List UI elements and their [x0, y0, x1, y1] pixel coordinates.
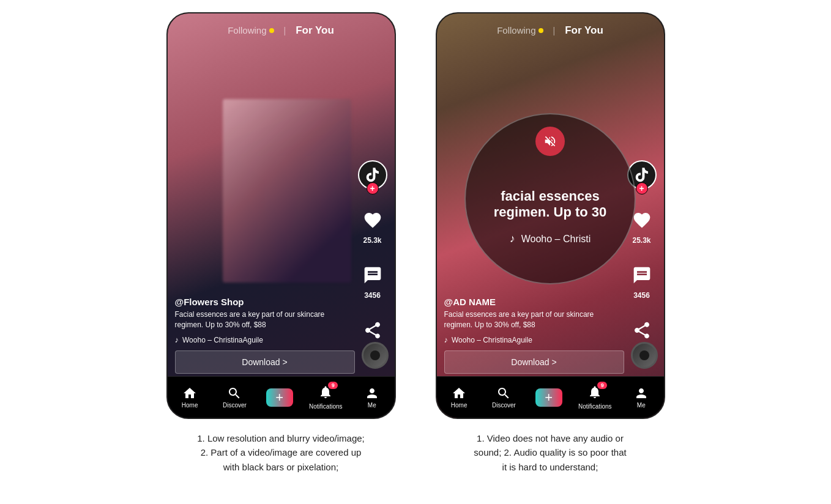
left-nav-home[interactable]: Home	[174, 386, 205, 409]
right-notif-count: 9	[597, 382, 607, 389]
right-comment-count: 3456	[633, 291, 650, 300]
right-bottom-nav: Home Discover + 9 Notifications Me	[437, 376, 664, 418]
left-following-tab[interactable]: Following	[228, 25, 274, 35]
right-music-disc-inner	[639, 350, 649, 360]
right-bottom-info: @AD NAME Facial essences are a key part …	[444, 297, 624, 374]
left-notif-count: 9	[328, 382, 338, 389]
right-add-btn[interactable]: +	[535, 388, 562, 407]
left-like-group: 25.3k	[359, 207, 386, 245]
left-bottom-nav: Home Discover + 9 Notifications Me	[168, 376, 395, 418]
right-nav-add[interactable]: +	[534, 388, 564, 407]
right-music-row: ♪ Wooho – ChristinaAguile	[444, 335, 624, 344]
right-following-tab[interactable]: Following	[497, 25, 543, 35]
left-nav-notif-label: Notifications	[309, 403, 342, 410]
right-nav-notif-label: Notifications	[578, 403, 611, 410]
left-action-buttons: + 25.3k 3456 1256	[358, 160, 387, 355]
right-nav-home[interactable]: Home	[444, 386, 474, 409]
right-nav-divider: |	[553, 26, 556, 35]
right-share-btn[interactable]	[628, 317, 655, 344]
overlay-music-text: Wooho – Christi	[521, 234, 591, 245]
profile-icon-right	[634, 386, 649, 401]
right-music-text: Wooho – ChristinaAguile	[452, 336, 532, 344]
right-nav-notifications[interactable]: 9 Notifications	[578, 385, 611, 410]
left-comment-btn[interactable]	[359, 262, 386, 289]
right-foryou-tab[interactable]: For You	[565, 24, 603, 37]
right-username: @AD NAME	[444, 297, 624, 307]
left-foryou-tab[interactable]: For You	[296, 24, 334, 37]
heart-icon-right	[632, 210, 652, 230]
right-comment-btn[interactable]	[628, 262, 655, 289]
right-description: Facial essences are a key part of our sk…	[444, 309, 624, 330]
left-add-btn[interactable]: +	[266, 388, 293, 407]
share-icon	[363, 321, 382, 340]
left-share-btn[interactable]	[359, 317, 386, 344]
right-plus-badge[interactable]: +	[636, 182, 648, 195]
discover-icon-right	[496, 386, 511, 401]
left-top-nav: Following | For You	[168, 13, 395, 47]
left-nav-home-label: Home	[182, 402, 198, 409]
left-bottom-info: @Flowers Shop Facial essences are a key …	[175, 297, 355, 374]
home-icon	[182, 386, 197, 401]
left-like-count: 25.3k	[363, 236, 381, 245]
mute-icon	[543, 135, 557, 148]
left-description: Facial essences are a key part of our sk…	[175, 309, 355, 330]
right-download-btn[interactable]: Download >	[444, 350, 624, 374]
left-music-row: ♪ Wooho – ChristinaAguile	[175, 335, 355, 344]
right-music-icon: ♪	[444, 335, 449, 344]
left-nav-me-label: Me	[368, 402, 376, 409]
left-download-btn[interactable]: Download >	[175, 350, 355, 374]
right-comment-group: 3456	[628, 262, 655, 300]
left-like-btn[interactable]	[359, 207, 386, 234]
right-panel: Following | For You facial essences regi…	[434, 12, 666, 474]
right-nav-discover[interactable]: Discover	[488, 386, 519, 409]
right-music-disc[interactable]	[631, 342, 658, 369]
right-phone-frame: Following | For You facial essences regi…	[436, 12, 665, 419]
left-caption: 1. Low resolution and blurry video/image…	[197, 431, 365, 474]
left-music-disc[interactable]	[362, 342, 389, 369]
right-nav-home-label: Home	[451, 402, 468, 409]
left-plus-badge[interactable]: +	[367, 182, 379, 195]
left-music-disc-inner	[370, 350, 380, 360]
left-panel: Following | For You + 25.	[165, 12, 397, 474]
tiktok-icon-right	[633, 166, 650, 183]
right-like-count: 25.3k	[632, 236, 650, 245]
heart-icon	[363, 210, 382, 230]
left-nav-discover[interactable]: Discover	[219, 386, 250, 409]
right-nav-me[interactable]: Me	[626, 386, 657, 409]
left-comment-count: 3456	[364, 291, 381, 300]
right-top-nav: Following | For You	[437, 13, 664, 47]
left-comment-group: 3456	[359, 262, 386, 300]
tiktok-icon	[364, 166, 381, 183]
right-nav-me-label: Me	[637, 402, 646, 409]
home-icon-right	[452, 386, 466, 401]
left-username: @Flowers Shop	[175, 297, 355, 307]
left-music-text: Wooho – ChristinaAguile	[182, 336, 263, 344]
right-following-dot	[538, 28, 543, 33]
left-nav-divider: |	[284, 26, 286, 35]
left-nav-me[interactable]: Me	[357, 386, 387, 409]
overlay-music-row: ♪ Wooho – Christi	[510, 232, 591, 245]
left-nav-notifications[interactable]: 9 Notifications	[309, 385, 342, 410]
left-phone-frame: Following | For You + 25.	[166, 12, 396, 419]
left-nav-discover-label: Discover	[223, 402, 247, 409]
left-music-icon: ♪	[175, 335, 179, 344]
left-thumbnail	[223, 99, 351, 283]
comment-icon	[363, 265, 382, 285]
discover-icon	[227, 386, 242, 401]
left-nav-add[interactable]: +	[264, 388, 295, 407]
profile-icon	[365, 386, 379, 401]
right-nav-discover-label: Discover	[492, 402, 516, 409]
right-caption: 1. Video does not have any audio or soun…	[474, 431, 626, 474]
overlay-music-icon: ♪	[510, 232, 515, 245]
left-following-dot	[269, 28, 274, 33]
mute-button[interactable]	[535, 127, 565, 156]
share-icon-right	[632, 321, 652, 340]
comment-icon-right	[632, 265, 652, 285]
overlay-text-line1: facial essences regimen. Up to 30	[482, 188, 619, 220]
